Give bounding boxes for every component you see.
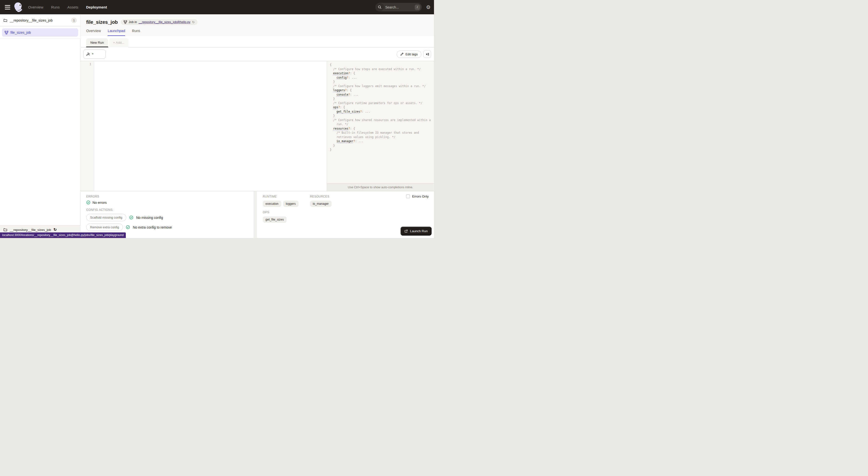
errors-panel: ERRORS No errors CONFIG ACTIONS: Scaffol…	[81, 191, 253, 238]
line-number: 1	[89, 62, 91, 66]
ops-pill-get-file-sizes[interactable]: get_file_sizes	[263, 216, 286, 223]
remove-config-row: Remove extra config No extra config to r…	[86, 224, 248, 231]
repo-location-link[interactable]: __repository__file_sizes_job@hello.py	[138, 21, 190, 24]
top-nav: Overview Runs Assets Deployment Search..…	[0, 0, 434, 14]
resources-pill-io-manager[interactable]: io_manager	[310, 201, 332, 207]
job-tabs: Overview Launchpad Runs	[81, 25, 434, 36]
summary-columns: RUNTIME execution loggers OPS get_file_s…	[263, 195, 428, 223]
config-summary-panel: RUNTIME execution loggers OPS get_file_s…	[257, 191, 434, 238]
resources-column: RESOURCES io_manager	[310, 195, 332, 223]
nav-link-assets[interactable]: Assets	[67, 5, 79, 9]
sidebar-repo-row[interactable]: __repository__file_sizes_job 1	[0, 14, 80, 27]
runtime-heading: RUNTIME	[263, 195, 299, 198]
check-circle-icon	[86, 200, 90, 205]
tab-overview[interactable]: Overview	[86, 29, 101, 36]
errors-status-row: No errors	[86, 200, 248, 205]
job-icon	[5, 31, 8, 34]
check-circle-icon	[126, 225, 130, 229]
scaffold-missing-config-button[interactable]: Scaffold missing config	[86, 214, 126, 221]
config-schema-code: { /* Configure how steps are executed wi…	[327, 61, 434, 183]
tab-launchpad[interactable]: Launchpad	[107, 29, 125, 36]
errors-only-toggle[interactable]: Errors Only	[406, 194, 429, 198]
nav-link-runs[interactable]: Runs	[51, 5, 60, 9]
tab-runs[interactable]: Runs	[132, 29, 140, 36]
runtime-pill-execution[interactable]: execution	[263, 201, 281, 207]
check-circle-icon	[129, 215, 133, 219]
errors-heading: ERRORS	[86, 195, 248, 198]
launchpad-run-tabs: New Run + Add...	[81, 36, 434, 47]
scaffold-config-row: Scaffold missing config No missing confi…	[86, 214, 248, 221]
errors-only-label: Errors Only	[412, 195, 429, 198]
launch-icon	[404, 230, 408, 233]
resources-heading: RESOURCES	[310, 195, 332, 198]
pencil-icon	[400, 53, 403, 56]
expand-panel-icon	[426, 53, 429, 56]
page-header: file_sizes_job Job in __repository__file…	[81, 14, 434, 25]
search-input[interactable]: Search... /	[375, 3, 422, 11]
launchpad-toolbar: * Edit tags	[81, 47, 434, 61]
folder-icon	[3, 228, 7, 232]
runtime-column: RUNTIME execution loggers OPS get_file_s…	[263, 195, 299, 223]
status-bar-url: localhost:3000/locations/__repository__f…	[0, 232, 126, 238]
sidebar: __repository__file_sizes_job 1 file_size…	[0, 14, 81, 238]
sidebar-footer-repo-name: __repository__file_sizes_job	[10, 228, 51, 232]
search-shortcut-badge: /	[415, 5, 420, 10]
folder-icon	[3, 19, 7, 22]
launch-run-label: Launch Run	[410, 229, 428, 233]
gear-icon[interactable]: ⚙	[426, 5, 431, 10]
config-editor[interactable]	[94, 61, 327, 191]
launch-run-button[interactable]: Launch Run	[401, 227, 432, 236]
page-title: file_sizes_job	[86, 20, 118, 25]
op-selector-value: *	[92, 52, 93, 56]
runtime-pill-loggers[interactable]: loggers	[283, 201, 299, 207]
config-schema-panel: { /* Configure how steps are executed wi…	[327, 61, 434, 191]
autocomplete-hint: Use Ctrl+Space to show auto-completions …	[327, 183, 434, 191]
refresh-icon[interactable]: ↻	[192, 21, 195, 24]
run-tab-new-run[interactable]: New Run	[86, 38, 108, 47]
shell: __repository__file_sizes_job 1 file_size…	[0, 14, 434, 238]
search-icon	[375, 3, 384, 11]
editor-gutter: 1	[81, 61, 94, 191]
sidebar-item-file-sizes-job[interactable]: file_sizes_job	[2, 28, 78, 37]
config-editor-region: 1 { /* Configure how steps are executed …	[81, 61, 434, 191]
launchpad-bottom-panels: ERRORS No errors CONFIG ACTIONS: Scaffol…	[81, 191, 434, 238]
sidebar-item-label: file_sizes_job	[10, 31, 31, 34]
job-icon	[124, 21, 127, 24]
remove-status-text: No extra config to remove	[133, 226, 172, 229]
ops-heading: OPS	[263, 211, 299, 214]
job-origin-prefix: Job in	[129, 21, 137, 24]
dagster-logo-icon[interactable]	[13, 1, 24, 13]
toolbar-right: Edit tags	[397, 50, 431, 58]
nav-links: Overview Runs Assets Deployment	[28, 5, 107, 9]
edit-tags-button[interactable]: Edit tags	[397, 50, 422, 58]
collapse-panel-button[interactable]	[423, 50, 431, 58]
run-tab-add[interactable]: + Add...	[109, 38, 128, 47]
dagster-app: Overview Runs Assets Deployment Search..…	[0, 0, 434, 238]
nav-link-overview[interactable]: Overview	[28, 5, 43, 9]
errors-only-checkbox[interactable]	[406, 194, 410, 198]
job-origin-badge: Job in __repository__file_sizes_job@hell…	[121, 19, 197, 25]
errors-status-text: No errors	[93, 201, 106, 205]
edit-tags-label: Edit tags	[405, 53, 418, 56]
nav-link-deployment[interactable]: Deployment	[86, 5, 107, 9]
config-actions-heading: CONFIG ACTIONS:	[86, 208, 248, 211]
search-placeholder: Search...	[385, 5, 414, 9]
scaffold-status-text: No missing config	[136, 216, 163, 219]
main-content: file_sizes_job Job in __repository__file…	[81, 14, 434, 238]
sidebar-repo-name: __repository__file_sizes_job	[10, 19, 53, 22]
sidebar-job-list: file_sizes_job	[0, 27, 80, 39]
repo-job-count-badge: 1	[71, 18, 77, 23]
hamburger-menu-icon[interactable]	[5, 5, 10, 9]
remove-extra-config-button[interactable]: Remove extra config	[86, 224, 123, 231]
op-selector-input[interactable]: *	[83, 49, 106, 59]
op-selector-icon	[86, 52, 90, 56]
panel-divider[interactable]	[253, 191, 257, 238]
reload-repo-icon[interactable]: ↻	[54, 228, 57, 232]
